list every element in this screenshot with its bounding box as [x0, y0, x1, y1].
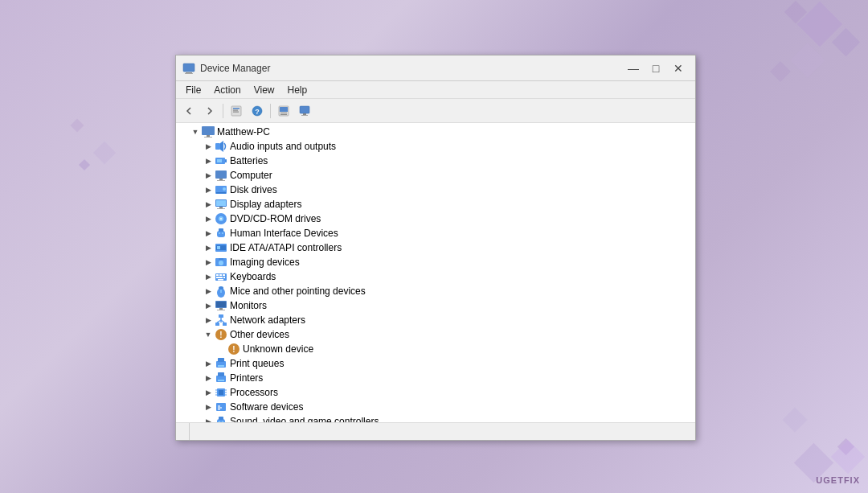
- icon-keyboard: [215, 270, 227, 283]
- tree-item-imaging[interactable]: ▶ Imaging devices: [176, 255, 695, 269]
- tree-item-hid[interactable]: ▶ Human Interface Devices: [176, 226, 695, 240]
- root-label: Matthew-PC: [217, 126, 270, 138]
- svg-rect-4: [233, 108, 240, 109]
- close-button[interactable]: ✕: [668, 60, 689, 76]
- svg-rect-0: [183, 64, 194, 72]
- svg-rect-76: [218, 372, 224, 376]
- toolbar-monitor-button[interactable]: [295, 101, 314, 121]
- icon-batteries: [215, 154, 227, 167]
- arrow-keyboards[interactable]: ▶: [202, 273, 215, 281]
- icon-audio: [215, 140, 227, 153]
- hid-label: Human Interface Devices: [230, 228, 338, 239]
- tree-item-display[interactable]: ▶ Display adapters: [176, 197, 695, 212]
- toolbar-help-button[interactable]: ?: [248, 101, 267, 121]
- tree-item-printers[interactable]: ▶ Printers: [176, 371, 695, 385]
- svg-rect-62: [219, 314, 223, 318]
- tree-item-other[interactable]: ▼ ! Other devices: [176, 327, 695, 342]
- tree-item-sound[interactable]: ▶ Sound, video and game controllers: [176, 414, 695, 422]
- svg-rect-13: [300, 106, 309, 113]
- tree-item-disk[interactable]: ▶ Disk drives: [176, 183, 695, 197]
- arrow-ide[interactable]: ▶: [202, 244, 215, 252]
- tree-item-processors[interactable]: ▶ Processors: [176, 385, 695, 400]
- menu-view[interactable]: View: [248, 83, 281, 97]
- arrow-monitors[interactable]: ▶: [202, 302, 215, 310]
- svg-point-45: [219, 261, 223, 265]
- tree-item-unknown[interactable]: ! Unknown device: [176, 342, 695, 356]
- tree-item-computer[interactable]: ▶ Computer: [176, 168, 695, 183]
- tree-item-batteries[interactable]: ▶ Batteries: [176, 154, 695, 168]
- tree-item-audio[interactable]: ▶ Audio inputs and outputs: [176, 139, 695, 154]
- toolbar-separator-2: [270, 104, 271, 118]
- svg-rect-11: [280, 113, 287, 113]
- icon-network: [215, 314, 227, 327]
- icon-software: [215, 401, 227, 413]
- arrow-software[interactable]: ▶: [202, 403, 215, 411]
- svg-rect-60: [219, 308, 223, 310]
- icon-display: [215, 198, 227, 211]
- svg-rect-46: [219, 258, 223, 260]
- tree-item-monitors[interactable]: ▶ Monitors: [176, 298, 695, 313]
- monitors-label: Monitors: [230, 300, 267, 311]
- arrow-mice[interactable]: ▶: [202, 287, 215, 295]
- arrow-audio[interactable]: ▶: [202, 142, 215, 150]
- menu-file[interactable]: File: [179, 83, 207, 97]
- tree-item-dvd[interactable]: ▶ DVD/CD-ROM drives: [176, 212, 695, 226]
- arrow-imaging[interactable]: ▶: [202, 258, 215, 266]
- toolbar-scan-button[interactable]: [274, 101, 293, 121]
- display-label: Display adapters: [230, 199, 301, 210]
- arrow-dvd[interactable]: ▶: [202, 215, 215, 223]
- tree-root[interactable]: ▼ Matthew-PC: [176, 125, 695, 139]
- svg-point-29: [223, 187, 226, 191]
- tree-item-software[interactable]: ▶ Software devices: [176, 400, 695, 414]
- network-label: Network adapters: [230, 314, 305, 326]
- svg-rect-33: [217, 208, 225, 209]
- arrow-printers[interactable]: ▶: [202, 374, 215, 382]
- tree-item-printqueues[interactable]: ▶ Print queues: [176, 356, 695, 371]
- arrow-hid[interactable]: ▶: [202, 229, 215, 237]
- svg-rect-79: [219, 390, 223, 395]
- arrow-display[interactable]: ▶: [202, 200, 215, 208]
- icon-disk: [215, 183, 227, 196]
- toolbar-back-button[interactable]: [179, 101, 199, 121]
- printqueues-label: Print queues: [230, 358, 284, 369]
- arrow-computer[interactable]: ▶: [202, 171, 215, 179]
- tree-area[interactable]: ▼ Matthew-PC ▶ Audio i: [176, 123, 695, 422]
- tree-item-mice[interactable]: ▶ Mice and other pointing devices: [176, 284, 695, 298]
- arrow-disk[interactable]: ▶: [202, 186, 215, 194]
- arrow-network[interactable]: ▶: [202, 316, 215, 324]
- svg-text:?: ?: [255, 108, 260, 116]
- icon-hid: [215, 227, 227, 240]
- imaging-label: Imaging devices: [230, 257, 300, 268]
- tree-item-keyboards[interactable]: ▶ Keyboards: [176, 269, 695, 284]
- status-bar: [176, 422, 695, 440]
- maximize-button[interactable]: □: [645, 60, 666, 76]
- toolbar-forward-button[interactable]: [200, 101, 219, 121]
- arrow-batteries[interactable]: ▶: [202, 157, 215, 165]
- menu-action[interactable]: Action: [207, 83, 247, 97]
- svg-rect-52: [219, 277, 223, 278]
- title-bar-icon: [182, 62, 195, 75]
- tree-item-network[interactable]: ▶ Network adapters: [176, 313, 695, 327]
- svg-rect-14: [303, 113, 306, 115]
- icon-unknown: !: [227, 343, 240, 355]
- icon-printqueues: [215, 357, 227, 370]
- svg-rect-10: [280, 107, 288, 112]
- icon-monitors: [215, 299, 227, 312]
- svg-rect-22: [225, 159, 227, 162]
- svg-rect-73: [218, 358, 224, 362]
- processors-label: Processors: [230, 387, 278, 398]
- svg-point-40: [222, 232, 223, 234]
- device-manager-window: Device Manager — □ ✕ File Action View He…: [175, 55, 696, 441]
- arrow-root[interactable]: ▼: [189, 128, 202, 136]
- icon-mice: [215, 285, 227, 298]
- minimize-button[interactable]: —: [623, 60, 644, 76]
- arrow-other[interactable]: ▼: [202, 331, 215, 339]
- svg-rect-17: [207, 135, 210, 137]
- toolbar-properties-button[interactable]: [227, 101, 246, 121]
- tree-item-ide[interactable]: ▶ IDE ATA/ATAPI controllers: [176, 240, 695, 255]
- arrow-printqueues[interactable]: ▶: [202, 359, 215, 368]
- menu-help[interactable]: Help: [281, 83, 314, 97]
- arrow-processors[interactable]: ▶: [202, 388, 215, 396]
- svg-rect-18: [204, 137, 212, 138]
- sound-label: Sound, video and game controllers: [230, 416, 379, 422]
